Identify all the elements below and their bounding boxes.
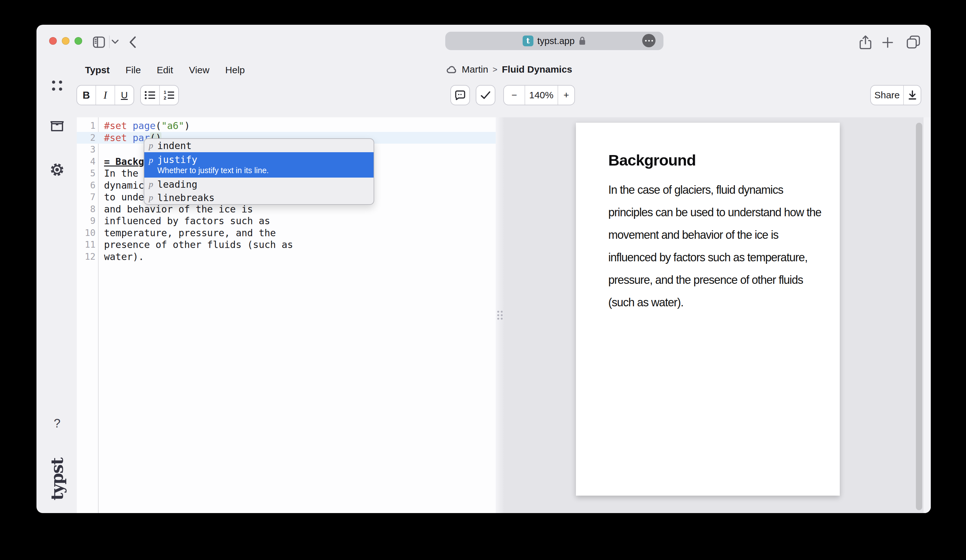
code-text: water). xyxy=(98,251,144,263)
lock-icon xyxy=(578,36,586,46)
preview-paragraph-line: pressure, and the presence of other flui… xyxy=(608,269,821,291)
breadcrumb-owner[interactable]: Martin xyxy=(462,64,488,75)
zoom-in-button[interactable]: + xyxy=(557,85,574,105)
autocomplete-label: linebreaks xyxy=(157,192,215,203)
line-number: 12 xyxy=(77,251,98,263)
editor-line[interactable]: 8and behavior of the ice is xyxy=(77,203,496,215)
svg-text:2: 2 xyxy=(164,95,166,100)
numbered-list-button[interactable]: 1 2 xyxy=(159,85,178,105)
tab-chevron-icon[interactable] xyxy=(111,39,119,44)
minimize-button[interactable] xyxy=(62,37,69,45)
bold-button[interactable]: B xyxy=(77,85,95,105)
browser-window: t typst.app TypstFileEditViewHelp Marti xyxy=(36,25,931,513)
bullet-list-button[interactable] xyxy=(141,85,159,105)
pane-splitter[interactable] xyxy=(496,117,504,513)
param-kind-icon: p xyxy=(149,179,154,189)
menu-item-file[interactable]: File xyxy=(126,65,141,76)
help-button[interactable]: ? xyxy=(49,417,65,430)
app-grid-button[interactable] xyxy=(49,80,65,91)
code-token: ( xyxy=(156,120,161,131)
new-tab-icon[interactable] xyxy=(882,37,894,48)
editor-line[interactable]: 11presence of other fluids (such as xyxy=(77,239,496,251)
toolbar-divider xyxy=(109,36,110,48)
format-group: B I U xyxy=(76,85,134,105)
line-number: 10 xyxy=(77,227,98,239)
param-kind-icon: p xyxy=(149,192,154,203)
code-token: ) xyxy=(184,120,190,131)
share-button[interactable]: Share xyxy=(871,85,903,105)
compile-status-button[interactable] xyxy=(476,85,495,105)
code-token xyxy=(127,120,133,131)
box-icon xyxy=(51,120,64,132)
typst-logo: typst xyxy=(47,455,67,503)
files-button[interactable] xyxy=(49,120,65,132)
code-text: presence of other fluids (such as xyxy=(98,239,293,251)
autocomplete-item-justify[interactable]: pjustifyWhether to justify text in its l… xyxy=(144,152,374,177)
zoom-button[interactable] xyxy=(74,37,82,45)
zoom-out-button[interactable]: − xyxy=(504,85,524,105)
editor-line[interactable]: 1#set page("a6") xyxy=(77,120,496,132)
code-token xyxy=(127,132,133,143)
menu-item-typst[interactable]: Typst xyxy=(85,65,110,76)
italic-button[interactable]: I xyxy=(95,85,115,105)
code-token: presence of other fluids (such as xyxy=(104,239,293,250)
share-macos-icon[interactable] xyxy=(859,35,872,50)
line-number: 1 xyxy=(77,120,98,132)
site-favicon: t xyxy=(522,36,534,46)
menu-item-help[interactable]: Help xyxy=(225,65,245,76)
autocomplete-item-indent[interactable]: pindent xyxy=(144,139,374,152)
check-icon xyxy=(480,91,491,99)
line-number: 5 xyxy=(77,168,98,179)
comment-button[interactable] xyxy=(451,85,469,105)
app-grid-icon xyxy=(52,80,62,91)
list-group: 1 2 xyxy=(140,85,179,105)
editor-line[interactable]: 12water). xyxy=(77,251,496,263)
code-token: influenced by factors such as xyxy=(104,215,270,227)
sidebar-toggle-icon[interactable] xyxy=(92,36,105,49)
code-token: #set xyxy=(104,132,127,143)
tab-overview-icon[interactable] xyxy=(906,35,921,49)
preview-scrollbar-track[interactable] xyxy=(923,117,931,513)
autocomplete-description: Whether to justify text in its line. xyxy=(149,166,374,175)
zoom-level[interactable]: 140% xyxy=(524,85,557,105)
menu-bar: TypstFileEditViewHelp xyxy=(85,65,245,76)
code-token: #set xyxy=(104,120,127,131)
preview-page: Background In the case of glaciers, flui… xyxy=(576,123,840,496)
comment-button-group xyxy=(450,85,470,105)
comment-icon xyxy=(455,90,465,100)
breadcrumb[interactable]: Martin > Fluid Dynamics xyxy=(447,64,572,75)
underline-button[interactable]: U xyxy=(115,85,133,105)
preview-heading: Background xyxy=(608,151,696,169)
address-bar[interactable]: t typst.app xyxy=(445,32,664,50)
line-number: 11 xyxy=(77,239,98,251)
menu-item-edit[interactable]: Edit xyxy=(157,65,173,76)
gear-icon xyxy=(50,163,64,177)
bullet-list-icon xyxy=(144,90,156,100)
code-text: and behavior of the ice is xyxy=(98,203,253,215)
download-icon xyxy=(908,90,917,100)
close-button[interactable] xyxy=(49,37,57,45)
line-number: 6 xyxy=(77,179,98,192)
numbered-list-icon: 1 2 xyxy=(163,90,175,100)
preview-pane[interactable]: Background In the case of glaciers, flui… xyxy=(504,117,931,513)
preview-scrollbar-thumb[interactable] xyxy=(916,123,922,510)
param-kind-icon: p xyxy=(149,140,154,151)
line-number: 9 xyxy=(77,215,98,227)
settings-button[interactable] xyxy=(49,163,65,177)
back-icon[interactable] xyxy=(128,36,138,49)
drag-handle-icon xyxy=(497,311,503,320)
editor-line[interactable]: 9influenced by factors such as xyxy=(77,215,496,227)
editor-line[interactable]: 10temperature, pressure, and the xyxy=(77,227,496,239)
menu-item-view[interactable]: View xyxy=(189,65,209,76)
svg-text:1: 1 xyxy=(164,90,166,95)
preview-paragraph-line: In the case of glaciers, fluid dynamics xyxy=(608,179,821,201)
code-text: influenced by factors such as xyxy=(98,215,270,227)
code-token: water). xyxy=(104,251,144,262)
download-button[interactable] xyxy=(903,85,921,105)
preview-paragraph-line: principles can be used to understand how… xyxy=(608,201,821,223)
page-menu-ellipsis-icon[interactable] xyxy=(642,34,656,47)
autocomplete-item-leading[interactable]: pleading xyxy=(144,177,374,191)
autocomplete-item-linebreaks[interactable]: plinebreaks xyxy=(144,191,374,204)
code-token: page xyxy=(133,120,155,131)
breadcrumb-title: Fluid Dynamics xyxy=(502,64,572,75)
